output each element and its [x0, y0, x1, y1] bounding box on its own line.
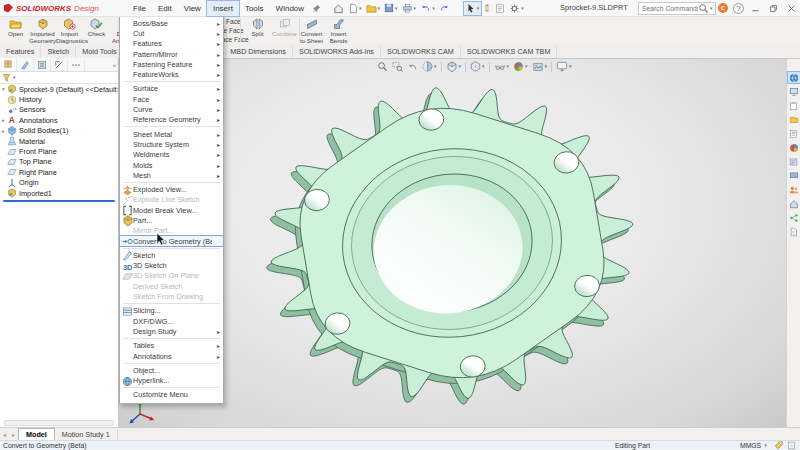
taskpane-tp-3dx[interactable]: [788, 72, 800, 83]
menubar-item-edit[interactable]: Edit: [152, 1, 178, 16]
taskpane-tp-screen[interactable]: [788, 170, 800, 181]
tree-item-origin[interactable]: Origin: [0, 178, 118, 188]
taskpane-tp-people[interactable]: [788, 184, 800, 195]
rollback-bar[interactable]: [3, 200, 115, 202]
command-tab-solidworks-add-ins[interactable]: SOLIDWORKS Add-Ins: [293, 45, 381, 58]
command-tab-solidworks-cam-tbm[interactable]: SOLIDWORKS CAM TBM: [461, 45, 558, 58]
scene-button[interactable]: ▾: [531, 60, 549, 73]
insert-menu-item-exploded-view-[interactable]: Exploded View...: [120, 184, 223, 194]
win-min-button[interactable]: [749, 2, 762, 15]
insert-menu-item-annotations[interactable]: Annotations▸: [120, 351, 223, 361]
insert-menu-item-sheet-metal[interactable]: Sheet Metal▸: [120, 129, 223, 139]
insert-menu-item-slicing-[interactable]: Slicing...: [120, 306, 223, 316]
section-view-button[interactable]: ▾: [421, 60, 438, 73]
taskpane-tp-props[interactable]: [788, 156, 800, 167]
menubar-item-insert[interactable]: Insert: [207, 1, 239, 16]
ribbon-button-imported-geometry[interactable]: ImportedGeometry: [29, 16, 56, 45]
panel-tab-config[interactable]: [34, 59, 51, 71]
tree-root[interactable]: ▾ Sprocket-9 (Default) <<Default>_Disp: [0, 84, 118, 94]
file-properties-button[interactable]: [493, 2, 507, 15]
insert-menu-item-tables[interactable]: Tables▸: [120, 341, 223, 351]
insert-menu-item-dxf-dwg-[interactable]: DXF/DWG...: [120, 316, 223, 326]
magnifier-icon[interactable]: [698, 3, 709, 14]
insert-menu-item-boss-base[interactable]: Boss/Base▸: [120, 18, 223, 28]
ribbon-button-check[interactable]: Check: [83, 16, 110, 45]
new-file-button[interactable]: ▾: [346, 2, 364, 15]
command-tab-mold-tools[interactable]: Mold Tools: [76, 45, 123, 58]
insert-menu-item-fastening-feature[interactable]: Fastening Feature▸: [120, 59, 223, 69]
tree-item-history[interactable]: History: [0, 94, 118, 104]
funnel-icon[interactable]: [2, 73, 11, 82]
insert-menu-item-derived-sketch[interactable]: Derived Sketch: [120, 281, 223, 291]
menubar-item-tools[interactable]: Tools: [239, 1, 270, 16]
insert-menu-item-surface[interactable]: Surface▸: [120, 84, 223, 94]
tree-item-top-plane[interactable]: Top Plane: [0, 157, 118, 167]
win-close-button[interactable]: [785, 2, 798, 15]
display-style-button[interactable]: ▾: [469, 60, 486, 73]
insert-menu-item-face[interactable]: Face▸: [120, 94, 223, 104]
insert-menu-item-cut[interactable]: Cut▸: [120, 28, 223, 38]
open-file-button[interactable]: ▾: [364, 2, 383, 15]
panel-tab-more[interactable]: [68, 59, 85, 71]
insert-menu-item-hyperlink-[interactable]: Hyperlink...: [120, 376, 223, 386]
insert-menu-item-features[interactable]: Features▸: [120, 39, 223, 49]
insert-menu-item-sketch[interactable]: Sketch: [120, 250, 223, 260]
insert-menu-item-curve[interactable]: Curve▸: [120, 104, 223, 114]
tree-item-sensors[interactable]: Sensors: [0, 105, 118, 115]
insert-menu-item-explode-line-sketch[interactable]: Explode Line Sketch: [120, 195, 223, 205]
insert-menu-item-mesh[interactable]: Mesh▸: [120, 170, 223, 180]
tree-item-material-not-specified-[interactable]: Material: [0, 136, 118, 146]
tree-item-imported1[interactable]: Imported1: [0, 188, 118, 198]
redo-button[interactable]: [437, 2, 452, 15]
taskpane-tp-clipboard[interactable]: [788, 100, 800, 111]
zoom-area-button[interactable]: [391, 60, 404, 73]
command-tab-solidworks-cam[interactable]: SOLIDWORKS CAM: [381, 45, 461, 58]
select-arrow-button[interactable]: ▾: [464, 2, 482, 15]
insert-menu-item-model-break-view-[interactable]: Model Break View...: [120, 205, 223, 215]
tree-item-solid-bodies-1-[interactable]: ▸Solid Bodies(1): [0, 126, 118, 136]
taskpane-tp-doc[interactable]: [788, 226, 800, 237]
taskpane-tp-folder[interactable]: [788, 114, 800, 125]
insert-menu-item-sketch-from-drawing[interactable]: Sketch From Drawing: [120, 291, 223, 301]
insert-menu-item-3d-sketch[interactable]: 3D3D Sketch: [120, 261, 223, 271]
status-sheet-icon[interactable]: [787, 441, 796, 450]
panel-tab-feature[interactable]: [0, 58, 17, 71]
print-button[interactable]: ▾: [400, 2, 419, 15]
search-box[interactable]: ▾: [638, 2, 716, 15]
tree-filter-row[interactable]: ▾: [0, 72, 118, 84]
tree-item-right-plane[interactable]: Right Plane: [0, 167, 118, 177]
ribbon-button-import-diagnostics[interactable]: ImportDiagnostics: [56, 16, 83, 45]
insert-menu-item-part-[interactable]: Part...: [120, 215, 223, 225]
command-tab-features[interactable]: Features: [0, 45, 41, 58]
command-tab-mbd-dimensions[interactable]: MBD Dimensions: [224, 45, 293, 58]
view-settings-button[interactable]: ▾: [555, 60, 573, 73]
insert-menu-item-design-study[interactable]: Design Study▸: [120, 326, 223, 336]
home-button[interactable]: [331, 2, 346, 15]
insert-menu-item-mirror-part-[interactable]: Mirror Part...: [120, 226, 223, 236]
hide-show-button[interactable]: ▾: [493, 60, 511, 73]
ribbon-button-open[interactable]: Open: [2, 16, 29, 45]
save-button[interactable]: ▾: [382, 2, 400, 15]
command-tab-sketch[interactable]: Sketch: [41, 45, 76, 58]
insert-menu-item-weldments[interactable]: Weldments▸: [120, 150, 223, 160]
appearances-button[interactable]: ▾: [512, 60, 529, 73]
taskpane-tp-home[interactable]: [788, 198, 800, 209]
win-restore-button[interactable]: [767, 2, 780, 15]
zoom-fit-button[interactable]: [376, 60, 389, 73]
view-orientation-button[interactable]: ▾: [445, 60, 463, 73]
insert-menu-item-reference-geometry[interactable]: Reference Geometry▸: [120, 115, 223, 125]
insert-menu-item-object-[interactable]: Object...: [120, 365, 223, 375]
insert-menu-item-convert-to-geometry-beta-[interactable]: Convert to Geometry (Beta): [120, 236, 223, 246]
undo-button[interactable]: ▾: [418, 2, 437, 15]
insert-menu-item-customize-menu[interactable]: Customize Menu: [120, 390, 223, 400]
tree-item-annotations[interactable]: ▸AAnnotations: [0, 115, 118, 125]
status-tag-icon[interactable]: [774, 441, 783, 450]
taskpane-tp-palette[interactable]: [788, 128, 800, 139]
menubar-item-view[interactable]: View: [178, 1, 207, 16]
rebuild-button[interactable]: [481, 2, 493, 15]
avatar[interactable]: C: [718, 3, 728, 13]
insert-menu-item-pattern-mirror[interactable]: Pattern/Mirror▸: [120, 49, 223, 59]
menubar-item-window[interactable]: Window: [270, 1, 310, 16]
menubar-item-file[interactable]: File: [127, 1, 152, 16]
taskpane-tp-share[interactable]: [788, 212, 800, 223]
